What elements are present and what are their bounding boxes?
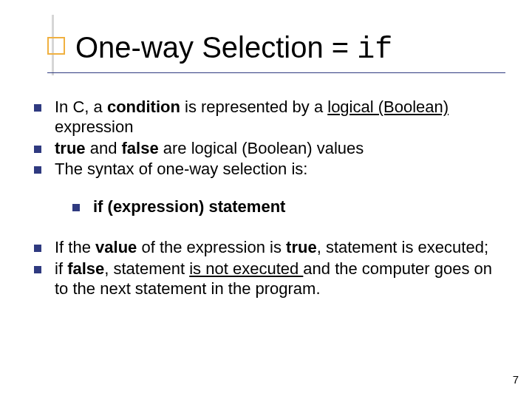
spacer xyxy=(34,219,502,238)
list-item: In C, a condition is represented by a lo… xyxy=(34,98,502,137)
bullet-text: if (expression) statement xyxy=(93,197,502,217)
square-bullet-icon xyxy=(72,204,80,211)
t: , statement xyxy=(104,259,189,278)
title-square-accent xyxy=(47,37,65,55)
t: and xyxy=(86,139,122,157)
square-bullet-icon xyxy=(34,245,41,252)
bullet-text: In C, a condition is represented by a lo… xyxy=(55,98,502,137)
t: logical (Boolean) xyxy=(327,98,449,116)
page-number: 7 xyxy=(513,373,519,386)
bullet-text: if false, statement is not executed and … xyxy=(55,259,502,299)
t: condition xyxy=(107,98,180,116)
t: false xyxy=(67,259,104,278)
slide-title: One-way Selection = if xyxy=(75,31,392,66)
title-prefix: One-way Selection = xyxy=(75,31,357,64)
list-item: If the value of the expression is true, … xyxy=(34,238,502,258)
t: if (expression) statement xyxy=(93,197,285,216)
bullet-text: true and false are logical (Boolean) val… xyxy=(55,139,502,159)
t: If the xyxy=(55,238,95,256)
square-bullet-icon xyxy=(34,146,41,153)
square-bullet-icon xyxy=(34,166,41,174)
bullet-text: If the value of the expression is true, … xyxy=(55,238,502,258)
bullet-text: The syntax of one-way selection is: xyxy=(55,160,502,180)
t: false xyxy=(122,139,159,157)
t: is not executed xyxy=(189,259,303,278)
t: are logical (Boolean) values xyxy=(159,139,364,157)
t: true xyxy=(286,238,317,256)
list-item: true and false are logical (Boolean) val… xyxy=(34,139,502,159)
list-item: if false, statement is not executed and … xyxy=(34,259,502,299)
t: In C, a xyxy=(55,98,107,116)
t: , statement is executed; xyxy=(317,238,488,256)
title-underline xyxy=(47,72,505,73)
content-area: In C, a condition is represented by a lo… xyxy=(34,98,502,301)
title-code: if xyxy=(357,33,392,66)
t: if xyxy=(55,259,67,278)
square-bullet-icon xyxy=(34,266,41,273)
square-bullet-icon xyxy=(34,104,41,112)
t: expression xyxy=(55,117,133,136)
list-item-sub: if (expression) statement xyxy=(34,197,502,217)
spacer xyxy=(34,181,502,197)
list-item: The syntax of one-way selection is: xyxy=(34,160,502,180)
t: of the expression is xyxy=(137,238,286,256)
t: true xyxy=(55,139,86,157)
t: is represented by a xyxy=(180,98,327,116)
t: value xyxy=(95,238,137,256)
